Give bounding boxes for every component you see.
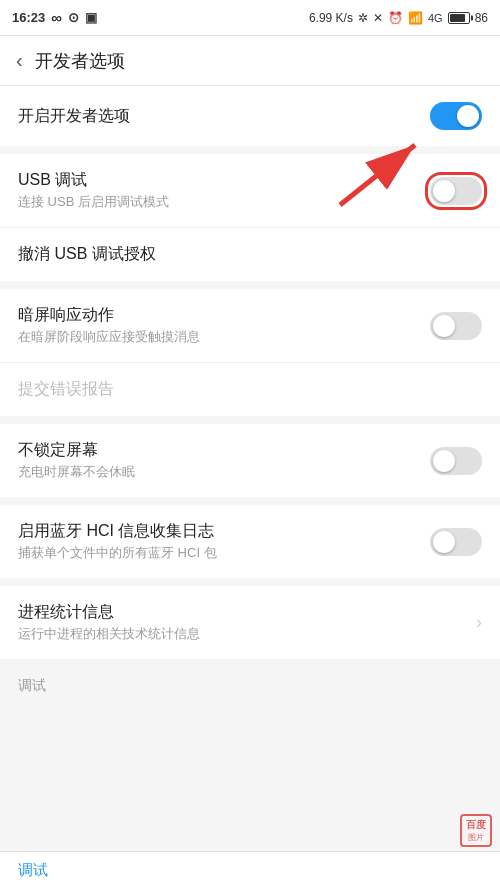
toggle-screen-response[interactable] bbox=[430, 312, 482, 340]
item-title-bluetooth: 启用蓝牙 HCI 信息收集日志 bbox=[18, 521, 430, 542]
item-subtitle-process: 运行中进程的相关技术统计信息 bbox=[18, 625, 476, 643]
signal-slash-icon: ✕ bbox=[373, 11, 383, 25]
toggle-knob-no-lock bbox=[433, 450, 455, 472]
lte-icon: 4G bbox=[428, 12, 443, 24]
item-text-usb: USB 调试 连接 USB 后启用调试模式 bbox=[18, 170, 430, 211]
item-subtitle-screen: 在暗屏阶段响应应接受触摸消息 bbox=[18, 328, 430, 346]
settings-content: 开启开发者选项 USB 调试 连接 USB 后启用调试模式 撤消 bbox=[0, 86, 500, 851]
usb-debug-toggle-wrapper bbox=[430, 177, 482, 205]
section-enable-developer: 开启开发者选项 bbox=[0, 86, 500, 146]
section-process-stats: 进程统计信息 运行中进程的相关技术统计信息 › bbox=[0, 586, 500, 659]
item-subtitle-no-lock: 充电时屏幕不会休眠 bbox=[18, 463, 430, 481]
network-speed: 6.99 K/s bbox=[309, 11, 353, 25]
item-title-revoke: 撤消 USB 调试授权 bbox=[18, 244, 482, 265]
item-title-submit: 提交错误报告 bbox=[18, 379, 482, 400]
wifi-icon: 📶 bbox=[408, 11, 423, 25]
toggle-enable-developer[interactable] bbox=[430, 102, 482, 130]
toggle-bluetooth-hci[interactable] bbox=[430, 528, 482, 556]
item-title-process: 进程统计信息 bbox=[18, 602, 476, 623]
toggle-knob-enable bbox=[457, 105, 479, 127]
nav-bar: ‹ 开发者选项 bbox=[0, 36, 500, 86]
infinity-icon: ∞ bbox=[51, 9, 62, 26]
item-text-enable: 开启开发者选项 bbox=[18, 106, 430, 127]
item-revoke-usb[interactable]: 撤消 USB 调试授权 bbox=[0, 228, 500, 281]
page-title: 开发者选项 bbox=[35, 49, 125, 73]
section-label-text: 调试 bbox=[18, 677, 46, 693]
item-subtitle-usb: 连接 USB 后启用调试模式 bbox=[18, 193, 430, 211]
item-enable-developer[interactable]: 开启开发者选项 bbox=[0, 86, 500, 146]
bottom-tab-bar: 调试 bbox=[0, 851, 500, 889]
battery-icon bbox=[448, 11, 470, 25]
item-submit-error: 提交错误报告 bbox=[0, 363, 500, 416]
bottom-tab-debug[interactable]: 调试 bbox=[18, 861, 48, 880]
item-text-revoke: 撤消 USB 调试授权 bbox=[18, 244, 482, 265]
item-subtitle-bluetooth: 捕获单个文件中的所有蓝牙 HCI 包 bbox=[18, 544, 430, 562]
item-text-no-lock: 不锁定屏幕 充电时屏幕不会休眠 bbox=[18, 440, 430, 481]
section-bluetooth-hci: 启用蓝牙 HCI 信息收集日志 捕获单个文件中的所有蓝牙 HCI 包 bbox=[0, 505, 500, 578]
bluetooth-icon: ✲ bbox=[358, 11, 368, 25]
time-display: 16:23 bbox=[12, 10, 45, 25]
item-no-lock[interactable]: 不锁定屏幕 充电时屏幕不会休眠 bbox=[0, 424, 500, 497]
item-usb-debug[interactable]: USB 调试 连接 USB 后启用调试模式 bbox=[0, 154, 500, 228]
toggle-no-lock[interactable] bbox=[430, 447, 482, 475]
item-text-bluetooth: 启用蓝牙 HCI 信息收集日志 捕获单个文件中的所有蓝牙 HCI 包 bbox=[18, 521, 430, 562]
toggle-knob-usb bbox=[433, 180, 455, 202]
status-left: 16:23 ∞ ⊙ ▣ bbox=[12, 9, 97, 26]
photo-icon: ▣ bbox=[85, 10, 97, 25]
section-usb: USB 调试 连接 USB 后启用调试模式 撤消 USB 调试授权 bbox=[0, 154, 500, 281]
battery-level: 86 bbox=[475, 11, 488, 25]
section-screen: 暗屏响应动作 在暗屏阶段响应应接受触摸消息 提交错误报告 bbox=[0, 289, 500, 416]
toggle-usb-debug[interactable] bbox=[430, 177, 482, 205]
status-right: 6.99 K/s ✲ ✕ ⏰ 📶 4G 86 bbox=[309, 11, 488, 25]
item-title-enable: 开启开发者选项 bbox=[18, 106, 430, 127]
toggle-knob-bluetooth bbox=[433, 531, 455, 553]
item-process-stats[interactable]: 进程统计信息 运行中进程的相关技术统计信息 › bbox=[0, 586, 500, 659]
back-button[interactable]: ‹ bbox=[16, 49, 23, 72]
toggle-knob-screen bbox=[433, 315, 455, 337]
alarm-icon: ⏰ bbox=[388, 11, 403, 25]
item-title-screen: 暗屏响应动作 bbox=[18, 305, 430, 326]
item-bluetooth-hci[interactable]: 启用蓝牙 HCI 信息收集日志 捕获单个文件中的所有蓝牙 HCI 包 bbox=[0, 505, 500, 578]
item-title-usb: USB 调试 bbox=[18, 170, 430, 191]
status-bar: 16:23 ∞ ⊙ ▣ 6.99 K/s ✲ ✕ ⏰ 📶 4G 86 bbox=[0, 0, 500, 36]
item-text-process: 进程统计信息 运行中进程的相关技术统计信息 bbox=[18, 602, 476, 643]
recording-icon: ⊙ bbox=[68, 10, 79, 25]
item-text-submit: 提交错误报告 bbox=[18, 379, 482, 400]
section-label-debug: 调试 bbox=[0, 667, 500, 701]
section-no-lock: 不锁定屏幕 充电时屏幕不会休眠 bbox=[0, 424, 500, 497]
chevron-right-icon: › bbox=[476, 612, 482, 633]
item-title-no-lock: 不锁定屏幕 bbox=[18, 440, 430, 461]
item-text-screen: 暗屏响应动作 在暗屏阶段响应应接受触摸消息 bbox=[18, 305, 430, 346]
item-screen-response[interactable]: 暗屏响应动作 在暗屏阶段响应应接受触摸消息 bbox=[0, 289, 500, 363]
